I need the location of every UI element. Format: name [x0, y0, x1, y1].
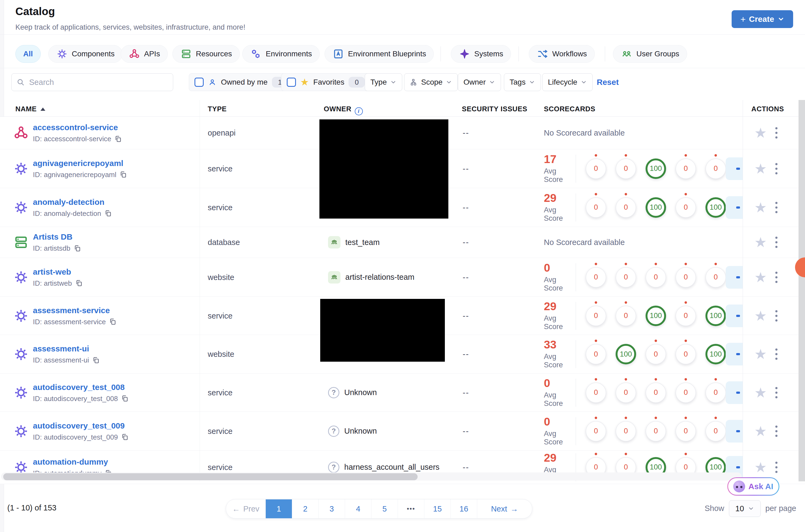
entity-name-link[interactable]: autodiscovery_test_008 — [33, 382, 129, 392]
scorecard-circle[interactable]: 0 — [586, 306, 606, 326]
scorecard-circle[interactable]: 0 — [645, 421, 666, 441]
scorecard-circle[interactable]: 0 — [616, 158, 636, 179]
row-menu-button[interactable] — [774, 162, 779, 176]
tab-workflows[interactable]: Workflows — [529, 45, 595, 63]
scorecard-circle[interactable]: 0 — [676, 197, 696, 218]
scorecard-circle[interactable]: 100 — [645, 158, 666, 179]
scorecard-circle[interactable]: 0 — [586, 158, 606, 179]
scorecard-circle[interactable]: 0 — [616, 382, 636, 403]
scorecard-circle[interactable]: 100 — [645, 197, 666, 218]
type-filter-dropdown[interactable]: Type — [365, 73, 402, 91]
copy-icon[interactable] — [75, 280, 83, 287]
favorite-star-button[interactable]: ★ — [754, 162, 767, 176]
copy-icon[interactable] — [114, 135, 122, 142]
scorecard-circle[interactable]: 0 — [706, 158, 726, 179]
page-button-4[interactable]: 4 — [345, 499, 371, 518]
entity-name-link[interactable]: anomaly-detection — [33, 197, 112, 206]
scorecard-circle[interactable]: 0 — [645, 382, 666, 403]
entity-name-link[interactable]: autodiscovery_test_009 — [33, 421, 129, 430]
scorecard-circle[interactable]: 0 — [586, 421, 606, 441]
scorecard-more-chip[interactable] — [726, 196, 743, 219]
scorecard-circle[interactable]: 100 — [706, 306, 726, 326]
copy-icon[interactable] — [92, 356, 100, 364]
scorecard-circle[interactable]: 0 — [676, 267, 696, 288]
scorecard-circle[interactable]: 0 — [586, 344, 606, 364]
tab-environments[interactable]: Environments — [242, 45, 320, 63]
entity-name-link[interactable]: accesscontrol-service — [33, 123, 122, 132]
horizontal-scrollbar-thumb[interactable] — [3, 473, 418, 480]
scorecard-circle[interactable]: 100 — [616, 344, 636, 364]
favorite-star-button[interactable]: ★ — [754, 460, 767, 474]
vertical-scrollbar[interactable] — [799, 100, 805, 481]
scorecard-circle[interactable]: 0 — [645, 267, 666, 288]
scorecard-circle[interactable]: 0 — [586, 267, 606, 288]
scorecard-circle[interactable]: 0 — [616, 421, 636, 441]
row-menu-button[interactable] — [774, 424, 779, 438]
page-button-5[interactable]: 5 — [371, 499, 398, 518]
favorites-filter[interactable]: ★ Favorites 0 — [281, 73, 370, 91]
owned-by-me-checkbox[interactable] — [195, 78, 204, 87]
scorecard-more-chip[interactable] — [726, 381, 743, 404]
scorecard-circle[interactable]: 0 — [586, 382, 606, 403]
scorecard-circle[interactable]: 100 — [645, 306, 666, 326]
favorite-star-button[interactable]: ★ — [754, 201, 767, 214]
copy-icon[interactable] — [120, 171, 127, 178]
page-button-2[interactable]: 2 — [292, 499, 318, 518]
tab-systems[interactable]: Systems — [451, 45, 511, 63]
tab-components[interactable]: Components — [48, 45, 123, 63]
entity-name-link[interactable]: Artists DB — [33, 232, 81, 242]
copy-icon[interactable] — [109, 318, 116, 326]
scorecard-circle[interactable]: 0 — [616, 197, 636, 218]
page-size-select[interactable]: 10 — [729, 500, 761, 517]
pagination-ellipsis[interactable]: ••• — [398, 499, 424, 518]
scorecard-circle[interactable]: 0 — [676, 421, 696, 441]
entity-name-link[interactable]: agnivagenericrepoyaml — [33, 158, 127, 168]
row-menu-button[interactable] — [774, 200, 779, 215]
scorecard-circle[interactable]: 0 — [616, 306, 636, 326]
scorecard-circle[interactable]: 0 — [616, 267, 636, 288]
scope-filter-dropdown[interactable]: Scope — [404, 73, 458, 91]
ask-ai-button[interactable]: Ask AI — [727, 477, 780, 496]
search-box[interactable] — [11, 73, 173, 91]
favorite-star-button[interactable]: ★ — [754, 235, 767, 249]
page-button-3[interactable]: 3 — [318, 499, 345, 518]
scorecard-more-chip[interactable] — [726, 266, 743, 289]
row-menu-button[interactable] — [774, 460, 779, 475]
scorecard-circle[interactable]: 100 — [706, 197, 726, 218]
row-menu-button[interactable] — [774, 235, 779, 250]
tab-user-groups[interactable]: User Groups — [613, 45, 687, 63]
row-menu-button[interactable] — [774, 385, 779, 400]
row-menu-button[interactable] — [774, 270, 779, 285]
info-icon[interactable]: i — [355, 107, 363, 115]
favorite-star-button[interactable]: ★ — [754, 424, 767, 438]
scorecard-more-chip[interactable] — [726, 420, 743, 442]
owned-by-me-filter[interactable]: Owned by me 1 — [189, 73, 294, 91]
scorecard-circle[interactable]: 0 — [706, 382, 726, 403]
tab-apis[interactable]: APIs — [121, 45, 168, 63]
tab-all[interactable]: All — [15, 45, 41, 63]
favorite-star-button[interactable]: ★ — [754, 347, 767, 361]
entity-name-link[interactable]: assessment-service — [33, 306, 116, 315]
entity-name-link[interactable]: assessment-ui — [33, 344, 100, 353]
scorecard-circle[interactable]: 0 — [706, 421, 726, 441]
favorite-star-button[interactable]: ★ — [754, 270, 767, 284]
scorecard-circle[interactable]: 0 — [676, 344, 696, 364]
favorite-star-button[interactable]: ★ — [754, 126, 767, 140]
next-page-button[interactable]: Next → — [477, 499, 532, 518]
search-input[interactable] — [29, 78, 168, 87]
page-button-15[interactable]: 15 — [424, 499, 451, 518]
prev-page-button[interactable]: ← Prev — [226, 499, 266, 518]
page-button-16[interactable]: 16 — [451, 499, 477, 518]
reset-filters-link[interactable]: Reset — [597, 78, 619, 87]
favorite-star-button[interactable]: ★ — [754, 309, 767, 323]
row-menu-button[interactable] — [774, 347, 779, 361]
scorecard-circle[interactable]: 0 — [706, 267, 726, 288]
lifecycle-filter-dropdown[interactable]: Lifecycle — [542, 73, 593, 91]
owner-filter-dropdown[interactable]: Owner — [458, 73, 501, 91]
scorecard-more-chip[interactable] — [726, 157, 743, 180]
scorecard-more-chip[interactable] — [726, 343, 743, 365]
favorites-checkbox[interactable] — [287, 78, 296, 87]
page-button-1[interactable]: 1 — [266, 499, 292, 518]
column-header-name[interactable]: NAME — [15, 105, 45, 113]
tags-filter-dropdown[interactable]: Tags — [504, 73, 541, 91]
